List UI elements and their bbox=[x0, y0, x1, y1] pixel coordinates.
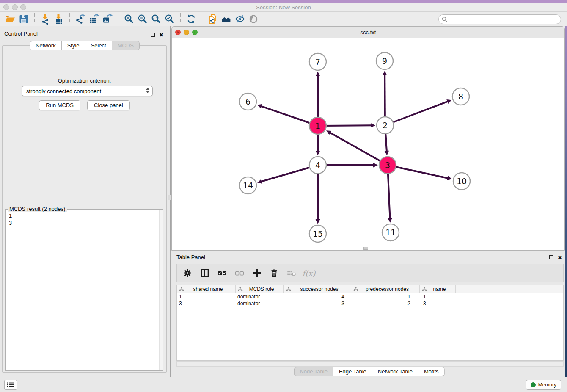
control-panel-close-icon[interactable]: ✖ bbox=[159, 31, 164, 36]
splitter-handle[interactable] bbox=[168, 195, 171, 200]
column-header-predecessor-nodes[interactable]: predecessor nodes bbox=[351, 285, 420, 293]
table-cell[interactable]: 2 bbox=[351, 301, 420, 306]
memory-button[interactable]: Memory bbox=[526, 380, 561, 390]
table-hscrollbar[interactable] bbox=[176, 361, 564, 367]
svg-text:3: 3 bbox=[385, 160, 390, 170]
graph-arrowhead bbox=[316, 151, 320, 155]
tab-style[interactable]: Style bbox=[62, 41, 85, 50]
graph-node-8[interactable]: 8 bbox=[452, 88, 469, 105]
node-table[interactable]: shared nameMCDS rolesuccessor nodesprede… bbox=[176, 285, 564, 361]
panel-splitter[interactable] bbox=[170, 26, 171, 377]
status-bar: Memory bbox=[0, 377, 567, 392]
graph-arrowhead bbox=[257, 104, 262, 108]
duplicate-network-icon[interactable] bbox=[206, 13, 220, 25]
zoom-out-icon[interactable] bbox=[136, 13, 149, 25]
graph-arrowhead bbox=[447, 176, 452, 181]
graph-node-6[interactable]: 6 bbox=[239, 93, 256, 110]
graph-node-2[interactable]: 2 bbox=[377, 117, 394, 134]
apply-layout-icon[interactable] bbox=[184, 13, 198, 25]
mcds-result-lines: 13 bbox=[9, 212, 12, 226]
graph-node-3[interactable]: 3 bbox=[379, 157, 396, 174]
graph-arrowhead bbox=[373, 163, 378, 168]
graph-node-11[interactable]: 11 bbox=[382, 224, 399, 241]
column-header-successor-nodes[interactable]: successor nodes bbox=[284, 285, 351, 293]
tab-select[interactable]: Select bbox=[85, 41, 112, 50]
graph-node-4[interactable]: 4 bbox=[309, 157, 326, 174]
window-title: Session: New Session bbox=[0, 4, 567, 11]
open-session-icon[interactable] bbox=[3, 13, 17, 25]
zoom-in-icon[interactable] bbox=[122, 13, 136, 25]
table-cell[interactable]: 3 bbox=[177, 301, 236, 306]
zoom-fit-icon[interactable] bbox=[149, 13, 163, 25]
table-cell[interactable]: 1 bbox=[420, 294, 456, 300]
select-all-icon[interactable] bbox=[217, 268, 228, 279]
canvas-scroll-thumb[interactable] bbox=[363, 247, 368, 250]
close-panel-button[interactable]: Close panel bbox=[87, 100, 130, 110]
table-cell[interactable]: dominator bbox=[236, 301, 284, 306]
graph-node-7[interactable]: 7 bbox=[309, 53, 326, 70]
column-header-name[interactable]: name bbox=[420, 285, 456, 293]
table-panel-float-icon[interactable] bbox=[549, 254, 554, 259]
import-network-icon[interactable] bbox=[39, 13, 52, 25]
run-mcds-button[interactable]: Run MCDS bbox=[39, 100, 80, 110]
tab-network[interactable]: Network bbox=[30, 41, 62, 50]
export-image-icon[interactable] bbox=[101, 13, 114, 25]
export-table-icon[interactable] bbox=[87, 13, 101, 25]
column-header-shared-name[interactable]: shared name bbox=[177, 285, 236, 293]
toolbar-separator bbox=[69, 13, 70, 25]
toolbar-separator bbox=[180, 13, 181, 25]
toolbar-separator bbox=[118, 13, 118, 25]
birds-eye-view-icon[interactable] bbox=[220, 13, 233, 25]
export-network-icon[interactable] bbox=[74, 13, 87, 25]
graph-edge-3-1[interactable] bbox=[330, 133, 388, 165]
split-view-icon[interactable] bbox=[199, 268, 210, 279]
list-icon bbox=[7, 382, 14, 388]
mcds-result-scrollbar[interactable] bbox=[159, 210, 163, 370]
table-panel-close-icon[interactable]: ✖ bbox=[558, 254, 563, 259]
svg-text:6: 6 bbox=[245, 97, 250, 106]
tab-motifs[interactable]: Motifs bbox=[418, 367, 445, 376]
table-header-row: shared nameMCDS rolesuccessor nodesprede… bbox=[177, 285, 563, 293]
graph-arrowhead bbox=[316, 219, 320, 224]
table-cell[interactable]: 4 bbox=[284, 294, 351, 300]
graph-node-9[interactable]: 9 bbox=[376, 52, 393, 69]
search-input[interactable] bbox=[450, 15, 558, 23]
hide-graphics-detail-icon[interactable] bbox=[233, 13, 247, 25]
zoom-selected-icon[interactable] bbox=[163, 13, 176, 25]
add-column-icon[interactable] bbox=[251, 268, 262, 279]
graph-node-15[interactable]: 15 bbox=[309, 225, 326, 242]
table-cell[interactable]: 3 bbox=[420, 301, 456, 306]
graph-arrowhead bbox=[388, 218, 392, 223]
task-history-button[interactable] bbox=[4, 380, 17, 390]
graph-edge-2-8[interactable] bbox=[385, 102, 448, 125]
delete-column-icon[interactable] bbox=[269, 268, 280, 279]
tab-network-table[interactable]: Network Table bbox=[372, 367, 418, 376]
network-graph[interactable]: 7968124314101511 bbox=[172, 38, 564, 250]
search-field[interactable] bbox=[438, 14, 561, 24]
control-panel-float-icon[interactable] bbox=[151, 31, 156, 36]
optimization-criterion-dropdown[interactable]: strongly connected component bbox=[22, 86, 153, 96]
network-canvas[interactable]: 7968124314101511 bbox=[172, 38, 564, 250]
table-row[interactable]: 3dominator323 bbox=[177, 300, 563, 307]
settings-gear-icon[interactable] bbox=[182, 268, 193, 279]
tab-edge-table[interactable]: Edge Table bbox=[333, 367, 372, 376]
tab-mcds[interactable]: MCDS bbox=[112, 41, 140, 50]
graph-node-10[interactable]: 10 bbox=[453, 173, 470, 190]
deselect-all-icon[interactable] bbox=[234, 268, 245, 279]
mcds-result-box[interactable]: MCDS result (2 nodes) 13 bbox=[5, 209, 163, 371]
table-row[interactable]: 1dominator411 bbox=[177, 293, 563, 300]
table-cell[interactable]: 3 bbox=[284, 301, 351, 306]
table-tabs: Node TableEdge TableNetwork TableMotifs bbox=[294, 367, 444, 376]
column-header-mcds-role[interactable]: MCDS role bbox=[236, 285, 284, 293]
toggle-view-icon bbox=[247, 13, 260, 25]
graph-edge-1-6[interactable] bbox=[261, 106, 318, 126]
graph-node-1[interactable]: 1 bbox=[309, 117, 326, 134]
save-session-icon[interactable] bbox=[17, 13, 30, 25]
graph-node-14[interactable]: 14 bbox=[239, 177, 256, 194]
table-cell[interactable]: dominator bbox=[236, 294, 284, 300]
graph-edge-3-10[interactable] bbox=[388, 165, 448, 178]
import-table-icon[interactable] bbox=[52, 13, 66, 25]
table-cell[interactable]: 1 bbox=[351, 294, 420, 300]
tab-node-table[interactable]: Node Table bbox=[294, 367, 333, 376]
table-cell[interactable]: 1 bbox=[177, 294, 236, 300]
